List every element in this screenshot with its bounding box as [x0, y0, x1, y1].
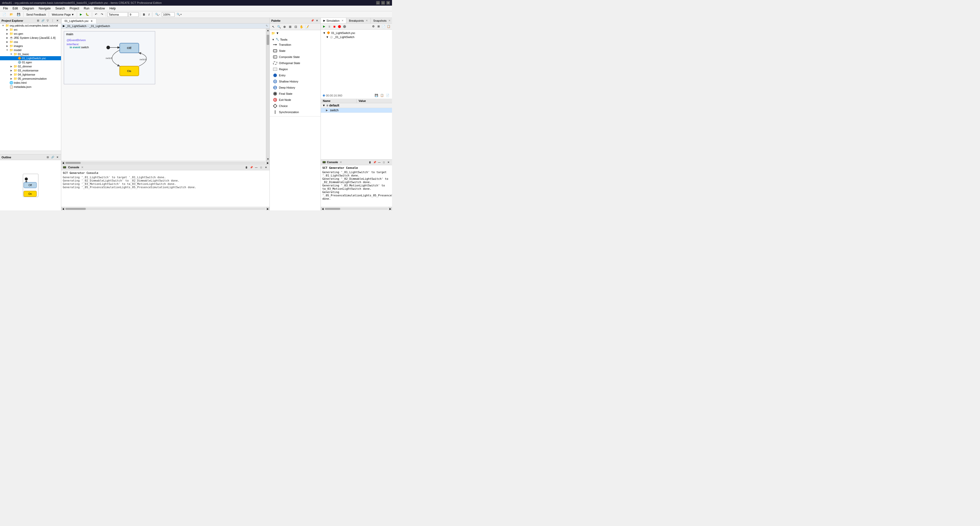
- palette-entry[interactable]: Entry: [271, 72, 320, 78]
- toolbar-arrow2-button[interactable]: ↷: [99, 12, 105, 17]
- console-hscroll[interactable]: ◀ ▶: [61, 207, 269, 210]
- zoom-input[interactable]: [162, 12, 175, 17]
- zoom-out-button[interactable]: 🔍-: [154, 12, 161, 17]
- tree-item-01basic[interactable]: ▼ 📁 01_basic: [0, 52, 61, 56]
- close-panel-button[interactable]: ✕: [56, 19, 59, 23]
- sim-tree-root[interactable]: ▼ 🔶 01_LightSwitch.ysc: [322, 31, 391, 35]
- palette-pin-button[interactable]: 📌: [310, 19, 314, 23]
- maximize-button[interactable]: □: [381, 1, 385, 5]
- collapse-all-button[interactable]: ⊟: [36, 19, 40, 23]
- bold-button[interactable]: B: [142, 13, 146, 17]
- palette-select-btn[interactable]: ↖: [271, 24, 276, 29]
- tree-item-model[interactable]: ▼ 📁 model: [0, 48, 61, 52]
- tree-root[interactable]: ▼ 📁 org.yakindu.sct.examples.basic.tutor…: [0, 24, 61, 27]
- horizontal-scrollbar[interactable]: ◀ ▶: [61, 161, 269, 164]
- breadcrumb-edit-icon[interactable]: ✎: [266, 24, 268, 27]
- palette-close-button[interactable]: ✕: [315, 19, 319, 23]
- menu-edit[interactable]: Edit: [11, 6, 20, 11]
- outline-close-button[interactable]: ✕: [56, 155, 59, 159]
- menu-button[interactable]: ⋮: [51, 19, 55, 23]
- console-maximize-button[interactable]: □: [259, 166, 263, 169]
- palette-exit-node[interactable]: ✕ Exit Node: [271, 97, 320, 103]
- palette-choice[interactable]: Choice: [271, 103, 320, 109]
- sim-red-button[interactable]: ⬤: [337, 24, 342, 29]
- tab-close-lightswitchysc[interactable]: ✕: [90, 19, 93, 22]
- sim-console-minimize-button[interactable]: —: [377, 160, 381, 164]
- sim-hscroll-left-button[interactable]: ◀: [321, 207, 325, 210]
- sim-stop-button[interactable]: ⏹: [332, 24, 337, 29]
- palette-shallow-history[interactable]: H Shallow History: [271, 78, 320, 84]
- tab-breakpoints[interactable]: Breakpoints ✕: [346, 18, 371, 23]
- sim-console-close-btn[interactable]: ✕: [387, 160, 390, 164]
- palette-note-btn[interactable]: 📝: [304, 24, 310, 29]
- tree-item-metadata[interactable]: 📋 metadata.json: [0, 85, 61, 89]
- minimize-button[interactable]: —: [376, 1, 380, 5]
- toolbar-new-button[interactable]: 📄: [1, 12, 8, 17]
- palette-final-state[interactable]: Final State: [271, 91, 320, 97]
- sim-expand-button[interactable]: ⊞: [376, 24, 381, 29]
- hscroll-right-button[interactable]: ▶: [266, 161, 269, 165]
- sim-settings-button[interactable]: ⚙: [371, 24, 375, 29]
- scroll-up-button[interactable]: ▲: [266, 29, 269, 32]
- console-clear-button[interactable]: 🗑: [245, 166, 248, 169]
- menu-project[interactable]: Project: [68, 6, 81, 11]
- sim-timer-doc-button[interactable]: 📋: [380, 93, 384, 98]
- tree-item-lightsense[interactable]: ▶ 📁 04_lightsense: [0, 73, 61, 77]
- tree-item-jre[interactable]: ▶ ☕ JRE System Library [JavaSE-1.8]: [0, 36, 61, 40]
- toolbar-open-button[interactable]: 📂: [8, 12, 15, 17]
- palette-zoom-btn[interactable]: 🔍: [277, 24, 282, 29]
- sim-hscroll-right-button[interactable]: ▶: [388, 207, 392, 210]
- menu-run[interactable]: Run: [82, 6, 91, 11]
- welcome-page-button[interactable]: Welcome Page ▼: [50, 13, 76, 17]
- palette-transition[interactable]: Transition: [271, 41, 320, 48]
- sim-play-button[interactable]: ▶: [322, 24, 326, 29]
- tab-simulation[interactable]: ▶ Simulation ✕: [321, 18, 346, 23]
- outline-link-button[interactable]: 🔗: [51, 155, 55, 159]
- sim-console-pin-button[interactable]: 📌: [372, 160, 377, 164]
- tree-item-presence[interactable]: ▶ 📁 05_presencesimulation: [0, 77, 61, 81]
- vertical-scrollbar[interactable]: ▲ ▼: [266, 29, 269, 161]
- menu-diagram[interactable]: Diagram: [21, 6, 36, 11]
- palette-fit-btn[interactable]: ⊞: [288, 24, 293, 29]
- tree-item-src[interactable]: ▶ 📁 src: [0, 27, 61, 32]
- sim-tab-close[interactable]: ✕: [342, 19, 344, 22]
- sim-var-switch[interactable]: ▶ switch: [321, 108, 392, 113]
- palette-region[interactable]: Region: [271, 66, 320, 72]
- sim-gray-button[interactable]: ⬤: [342, 24, 347, 29]
- palette-tools-header[interactable]: ▼ 🔧 Tools: [271, 37, 320, 41]
- sim-console-clear-button[interactable]: 🗑: [368, 160, 372, 164]
- console-hscroll-right[interactable]: ▶: [266, 207, 269, 210]
- hscroll-left-button[interactable]: ◀: [61, 161, 65, 165]
- tree-item-motionsense[interactable]: ▶ 📁 03_motionsense: [0, 69, 61, 73]
- toolbar-arrow-button[interactable]: ↶: [94, 12, 99, 17]
- menu-window[interactable]: Window: [92, 6, 107, 11]
- toolbar-save-button[interactable]: 💾: [15, 12, 22, 17]
- palette-orthogonal-state[interactable]: Orthogonal State: [271, 60, 320, 66]
- send-feedback-button[interactable]: Send Feedback: [25, 13, 48, 17]
- link-button[interactable]: 🔗: [41, 19, 45, 23]
- palette-drag-btn[interactable]: ✋: [299, 24, 304, 29]
- console-pin-button[interactable]: 📌: [249, 166, 253, 169]
- menu-search[interactable]: Search: [53, 6, 67, 11]
- sim-file-button[interactable]: 📄: [381, 24, 386, 29]
- menu-help[interactable]: Help: [107, 6, 118, 11]
- snap-tab-close[interactable]: ✕: [388, 19, 390, 22]
- palette-deep-history[interactable]: H* Deep History: [271, 84, 320, 91]
- outline-collapse-button[interactable]: ⊟: [46, 155, 50, 159]
- zoom-in-button[interactable]: 🔍+: [175, 12, 183, 17]
- palette-state[interactable]: State: [271, 48, 320, 54]
- sim-timer-file-button[interactable]: 📄: [385, 93, 390, 98]
- sim-timer-save-button[interactable]: 💾: [374, 93, 379, 98]
- palette-zoom-in-btn[interactable]: ⊕: [282, 24, 287, 29]
- close-button[interactable]: ✕: [387, 1, 390, 5]
- tree-item-css[interactable]: ▶ 📁 css: [0, 40, 61, 44]
- sim-tree-child[interactable]: ▼ ⚪ _01_LightSwitch: [322, 35, 391, 39]
- font-size-input[interactable]: [128, 12, 138, 17]
- palette-composite-state[interactable]: Composite State: [271, 54, 320, 60]
- sim-console-maximize-button[interactable]: □: [382, 160, 386, 164]
- bp-tab-close[interactable]: ✕: [366, 19, 368, 22]
- sim-console-hscroll[interactable]: ◀ ▶: [321, 207, 392, 210]
- tree-item-indexhtml[interactable]: 🌐 index.html: [0, 81, 61, 85]
- sct-canvas[interactable]: main @EventDriven interface: in event: [61, 29, 266, 161]
- italic-button[interactable]: I: [147, 13, 151, 17]
